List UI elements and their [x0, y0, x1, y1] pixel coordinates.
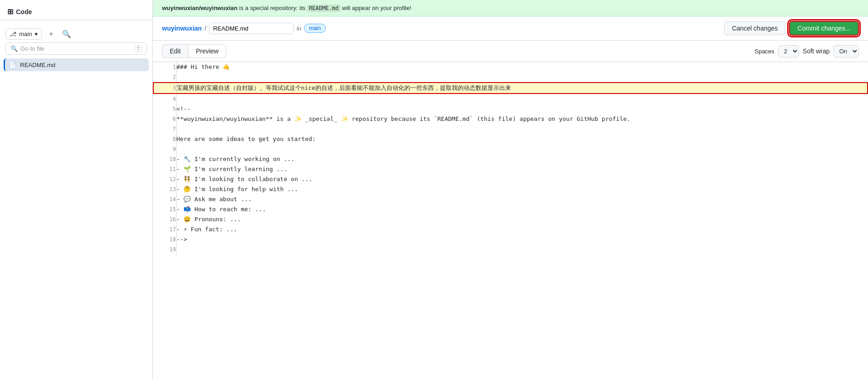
table-row: 3宝藏男孩的宝藏自述（自封版）。等我试试这个nice的自述，后面看能不能加入自动… — [153, 83, 868, 94]
header-actions: Cancel changes Commit changes... — [724, 21, 859, 36]
table-row: 13- 🤔 I'm looking for help with ... — [153, 184, 868, 194]
branch-icon: ⎇ — [10, 31, 16, 37]
filename-input[interactable] — [209, 23, 294, 34]
editor-header: wuyinwuxian / in main Cancel changes Com… — [153, 16, 868, 41]
chevron-down-icon: ▾ — [35, 31, 38, 37]
table-row: 10- 🔧 I'm currently working on ... — [153, 154, 868, 164]
table-row: 12- 👯 I'm looking to collaborate on ... — [153, 174, 868, 184]
table-row: 19 — [153, 245, 868, 255]
code-editor[interactable]: 1### Hi there 🤙23宝藏男孩的宝藏自述（自封版）。等我试试这个ni… — [153, 62, 868, 380]
line-number: 2 — [153, 72, 176, 83]
table-row: 1### Hi there 🤙 — [153, 62, 868, 72]
line-number: 12 — [153, 174, 176, 184]
search-files-button[interactable]: 🔍 — [59, 27, 74, 41]
search-input[interactable] — [21, 45, 131, 52]
table-row: 6**wuyinwuxian/wuyinwuxian** is a ✨ _spe… — [153, 114, 868, 124]
breadcrumb-user-link[interactable]: wuyinwuxian — [162, 25, 202, 32]
line-number: 18 — [153, 234, 176, 245]
search-icon: 🔍 — [10, 45, 18, 52]
line-content: Here are some ideas to get you started: — [176, 134, 868, 144]
line-content: --> — [176, 234, 868, 245]
branch-selector[interactable]: ⎇ main ▾ — [5, 28, 42, 40]
table-row: 7 — [153, 124, 868, 134]
sidebar: ⊞ Code ⎇ main ▾ ＋ 🔍 🔍 T 📄 README.md — [0, 0, 153, 380]
file-name: README.md — [20, 62, 55, 68]
line-content: - 👯 I'm looking to collaborate on ... — [176, 174, 868, 184]
banner-repo-name: wuyinwuxian/wuyinwuxian — [162, 5, 237, 11]
table-row: 9 — [153, 144, 868, 154]
line-number: 16 — [153, 214, 176, 224]
search-shortcut: T — [134, 46, 142, 52]
spaces-label: Spaces — [754, 48, 774, 55]
line-content: - 🔧 I'm currently working on ... — [176, 154, 868, 164]
line-number: 19 — [153, 245, 176, 255]
file-list: 📄 README.md — [0, 58, 152, 71]
spaces-select[interactable]: 2 4 8 — [778, 45, 799, 57]
line-number: 17 — [153, 224, 176, 234]
code-table: 1### Hi there 🤙23宝藏男孩的宝藏自述（自封版）。等我试试这个ni… — [153, 62, 868, 255]
line-content — [176, 94, 868, 104]
banner-filename: README.md — [307, 5, 340, 12]
breadcrumb-separator: / — [204, 25, 206, 32]
line-number: 15 — [153, 204, 176, 214]
editor-options: Spaces 2 4 8 Soft wrap On Off — [754, 45, 859, 57]
line-content — [176, 124, 868, 134]
table-row: 8Here are some ideas to get you started: — [153, 134, 868, 144]
sidebar-code-label: Code — [16, 8, 32, 16]
branch-row: ⎇ main ▾ ＋ 🔍 — [0, 24, 152, 42]
table-row: 5<!-- — [153, 104, 868, 114]
main-content: wuyinwuxian/wuyinwuxian is a special rep… — [153, 0, 868, 380]
branch-name: main — [19, 31, 32, 37]
line-content — [176, 245, 868, 255]
line-number: 3 — [153, 83, 176, 94]
line-content — [176, 144, 868, 154]
tab-group: Edit Preview — [162, 44, 226, 58]
line-content — [176, 72, 868, 83]
banner-message-post: will appear on your profile! — [340, 5, 411, 11]
line-content: - 🤔 I'm looking for help with ... — [176, 184, 868, 194]
table-row: 4 — [153, 94, 868, 104]
line-content: **wuyinwuxian/wuyinwuxian** is a ✨ _spec… — [176, 114, 868, 124]
commit-changes-button[interactable]: Commit changes... — [789, 21, 859, 36]
line-number: 8 — [153, 134, 176, 144]
tab-edit[interactable]: Edit — [162, 44, 188, 58]
softwrap-select[interactable]: On Off — [833, 45, 859, 57]
in-label: in — [297, 25, 301, 32]
line-content: - 🌱 I'm currently learning ... — [176, 164, 868, 174]
line-number: 5 — [153, 104, 176, 114]
table-row: 16- 😄 Pronouns: ... — [153, 214, 868, 224]
search-bar[interactable]: 🔍 T — [5, 42, 147, 55]
softwrap-label: Soft wrap — [803, 47, 830, 55]
line-content: ### Hi there 🤙 — [176, 62, 868, 72]
line-content: - ⚡ Fun fact: ... — [176, 224, 868, 234]
line-number: 11 — [153, 164, 176, 174]
table-row: 17- ⚡ Fun fact: ... — [153, 224, 868, 234]
line-number: 4 — [153, 94, 176, 104]
branch-badge: main — [304, 24, 326, 33]
line-number: 14 — [153, 194, 176, 204]
banner-message-pre: is a special repository: its — [237, 5, 307, 11]
line-content: <!-- — [176, 104, 868, 114]
sidebar-actions: ＋ 🔍 — [45, 27, 74, 41]
table-row: 15- 📫 How to reach me: ... — [153, 204, 868, 214]
line-number: 13 — [153, 184, 176, 194]
table-row: 11- 🌱 I'm currently learning ... — [153, 164, 868, 174]
line-number: 6 — [153, 114, 176, 124]
line-content: 宝藏男孩的宝藏自述（自封版）。等我试试这个nice的自述，后面看能不能加入自动化… — [176, 83, 868, 94]
line-content: - 😄 Pronouns: ... — [176, 214, 868, 224]
table-row: 2 — [153, 72, 868, 83]
special-repo-banner: wuyinwuxian/wuyinwuxian is a special rep… — [153, 0, 868, 16]
sidebar-header: ⊞ Code — [0, 4, 152, 20]
table-row: 14- 💬 Ask me about ... — [153, 194, 868, 204]
code-icon: ⊞ — [7, 7, 13, 16]
cancel-changes-button[interactable]: Cancel changes — [724, 21, 785, 35]
add-file-button[interactable]: ＋ — [45, 27, 58, 41]
line-number: 9 — [153, 144, 176, 154]
tab-preview[interactable]: Preview — [188, 44, 226, 58]
line-number: 7 — [153, 124, 176, 134]
file-item-readme[interactable]: 📄 README.md — [4, 58, 149, 71]
line-number: 1 — [153, 62, 176, 72]
line-content: - 📫 How to reach me: ... — [176, 204, 868, 214]
table-row: 18--> — [153, 234, 868, 245]
file-icon: 📄 — [9, 61, 16, 68]
